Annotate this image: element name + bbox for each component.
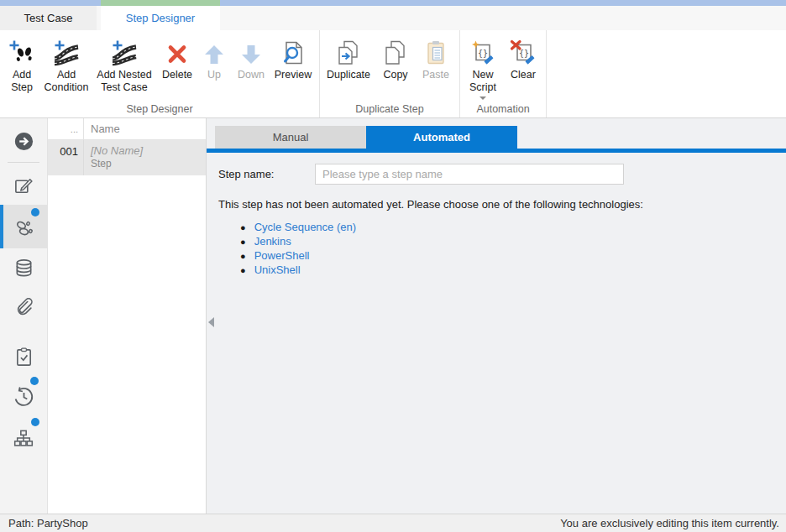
status-path: Path: PartyShop [8,517,88,529]
active-tab-accent-bar [101,0,220,6]
ribbon-group-automation: {} New Script {} [460,30,547,117]
add-step-button[interactable]: Add Step [3,36,41,95]
tab-automated[interactable]: Automated [366,126,517,149]
down-button[interactable]: Down [233,36,270,81]
steps-icon [13,216,35,238]
paste-button[interactable]: Paste [417,36,455,81]
left-navigation-rail [0,118,48,514]
technology-list-item: ● Jenkins [240,234,786,248]
checklist-icon [13,347,34,368]
up-label: Up [207,69,221,81]
rail-item-steps[interactable] [0,205,47,248]
new-script-dropdown-caret[interactable] [479,96,486,100]
new-script-label: New Script [463,69,503,95]
delete-label: Delete [162,69,192,81]
down-arrow-icon [239,36,263,66]
add-condition-button[interactable]: Add Condition [43,36,90,95]
new-script-icon: {} [469,36,496,66]
clear-script-icon: {} [510,36,537,66]
steps-notification-dot [31,208,39,216]
rail-item-edit[interactable] [0,166,47,205]
link-jenkins[interactable]: Jenkins [254,235,291,248]
clear-script-label: Clear [511,69,536,81]
preview-button[interactable]: Preview [271,36,315,81]
paste-label: Paste [422,69,449,81]
hierarchy-notification-dot [31,418,39,426]
hierarchy-icon [13,428,34,450]
rail-item-history[interactable] [0,376,47,418]
bullet-icon: ● [240,251,246,261]
step-row-name: [No Name] [91,144,206,157]
column-header-name[interactable]: Name [84,123,206,135]
duplicate-label: Duplicate [327,69,370,81]
rail-item-hierarchy[interactable] [0,418,47,460]
document-tab-bar: Test Case Step Designer [0,0,786,30]
rail-item-attachments[interactable] [0,287,47,326]
add-nested-test-case-button[interactable]: Add Nested Test Case [92,36,157,95]
tab-test-case[interactable]: Test Case [0,6,97,30]
navigate-circle-icon [13,131,34,152]
rail-item-checklist[interactable] [0,337,47,376]
detail-tab-bar: Manual Automated [207,118,786,149]
technology-list-item: ● UnixShell [240,263,786,277]
tab-step-designer[interactable]: Step Designer [101,6,220,30]
column-header-number[interactable]: ... [48,118,84,139]
collapse-panel-handle[interactable] [208,317,214,327]
svg-text:{}: {} [478,49,488,58]
automation-message: This step has not been automated yet. Pl… [218,198,786,211]
up-button[interactable]: Up [197,36,231,81]
history-notification-dot [30,377,39,385]
step-row[interactable]: 001 [No Name] Step [48,140,206,175]
ribbon-group-label-automation: Automation [460,103,546,115]
attachment-icon [13,296,34,317]
copy-button[interactable]: Copy [376,36,415,81]
add-step-icon [8,36,35,66]
rail-item-test-data[interactable] [0,248,47,287]
technology-list: ● Cycle Sequence (en) ● Jenkins ● PowerS… [240,220,786,277]
paste-icon [422,36,449,66]
step-name-label: Step name: [218,168,315,180]
preview-icon [280,36,307,66]
add-nested-test-case-icon [110,36,139,66]
step-row-type: Step [91,158,206,170]
link-powershell[interactable]: PowerShell [254,249,310,262]
history-icon [13,386,34,408]
ribbon-group-label-duplicate-step: Duplicate Step [320,103,459,115]
rail-separator [8,162,39,163]
down-label: Down [238,69,265,81]
edit-icon [13,175,34,196]
bullet-icon: ● [240,265,246,275]
tab-manual[interactable]: Manual [215,126,366,149]
new-script-button[interactable]: {} New Script [463,36,503,100]
bullet-icon: ● [240,222,246,232]
active-tab-underline [207,149,786,153]
app-window: Test Case Step Designer Add Step [0,0,786,532]
duplicate-button[interactable]: Duplicate [322,36,375,81]
copy-label: Copy [383,69,407,81]
test-data-icon [13,258,34,279]
step-name-input[interactable] [315,164,624,185]
step-name-row: Step name: [218,164,786,185]
step-row-number: 001 [48,140,84,175]
preview-label: Preview [275,69,312,81]
steps-list-header: ... Name [48,118,206,140]
ribbon-group-step-designer: Add Step Add Condition [0,30,320,117]
copy-icon [382,36,409,66]
ribbon-group-label-step-designer: Step Designer [0,103,319,115]
duplicate-icon [335,36,362,66]
link-cycle-sequence[interactable]: Cycle Sequence (en) [254,221,356,233]
technology-list-item: ● Cycle Sequence (en) [240,220,786,234]
ribbon-toolbar: Add Step Add Condition [0,30,786,118]
step-detail-panel: Manual Automated Step name: This step ha… [207,118,786,514]
link-unixshell[interactable]: UnixShell [254,263,301,276]
delete-button[interactable]: Delete [159,36,196,81]
technology-list-item: ● PowerShell [240,248,786,263]
ribbon-group-duplicate-step: Duplicate Copy [320,30,460,117]
delete-icon [165,36,190,66]
bullet-icon: ● [240,237,246,247]
rail-item-navigate[interactable] [0,123,47,159]
add-condition-label: Add Condition [43,69,90,95]
status-editing-notice: You are exclusively editing this item cu… [560,517,779,529]
add-nested-test-case-label: Add Nested Test Case [92,69,157,95]
clear-script-button[interactable]: {} Clear [505,36,542,81]
